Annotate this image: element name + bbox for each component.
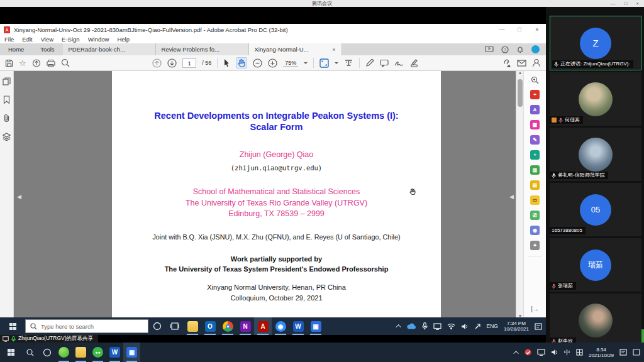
viewer-clock[interactable]: 8:34 2021/10/29 [589,347,614,358]
tool-organize-pages-icon[interactable]: + [530,150,540,160]
page-display-icon[interactable] [344,58,353,67]
zoom-in-icon[interactable] [268,58,277,68]
presenter-chrome-icon[interactable] [219,317,236,335]
microphone-tray-icon[interactable] [422,322,428,330]
viewer-meeting-icon[interactable]: ▣ [123,343,140,362]
tab-document-pderadar[interactable]: PDERadar-book-ch... [63,43,156,55]
presenter-word-icon[interactable]: W [289,317,307,335]
collapse-left-panel-icon[interactable]: ◀ [17,194,21,200]
menu-view[interactable]: View [41,36,53,43]
viewer-wechat-icon[interactable]: ●● [89,343,106,362]
fit-page-caret-icon[interactable] [335,62,338,64]
presenter-search-input[interactable]: Type here to search [25,319,148,333]
email-icon[interactable] [517,60,526,67]
share-upload-icon[interactable] [32,59,41,67]
tool-export-icon[interactable]: ▤ [530,180,540,190]
menu-edit[interactable]: Edit [22,36,32,43]
search-icon[interactable] [61,58,70,67]
participant-tile[interactable]: 赵李欣 [550,293,641,347]
presenter-language-indicator[interactable]: ENG [487,323,498,329]
tool-more-tools-icon[interactable]: ✦ [530,241,540,250]
viewer-action-center-icon[interactable] [633,349,640,356]
viewer-app-360-icon[interactable] [55,343,72,362]
presenter-task-view-icon[interactable] [166,317,184,335]
zoom-out-icon[interactable] [253,58,262,68]
tab-home[interactable]: Home [0,43,32,55]
viewer-search-icon[interactable] [21,343,38,362]
hand-tool-icon[interactable] [236,57,247,69]
share-link-icon[interactable] [501,59,511,67]
next-page-icon[interactable] [167,58,177,68]
scrollbar-thumb[interactable] [518,79,523,107]
star-favorites-icon[interactable]: ☆ [19,58,26,68]
presenter-cortana-icon[interactable] [148,317,166,335]
account-avatar[interactable] [531,45,540,53]
tab-tools[interactable]: Tools [32,43,62,55]
presenter-onenote-icon[interactable]: N [236,317,254,335]
expand-tools-panel-icon[interactable]: |→ [531,305,539,312]
help-icon[interactable]: ? [501,46,509,53]
zoom-level-select[interactable]: 75% [283,60,298,67]
participant-tile-speaking[interactable]: Z 正在讲话: ZhijunQiao(UTRGV): [550,16,641,70]
print-icon[interactable] [47,59,55,67]
tool-compare-icon[interactable]: ▥ [530,165,540,175]
tool-print-production-icon[interactable]: ⎚ [530,211,540,220]
acrobat-minimize-button[interactable]: — [493,24,511,35]
presenter-meeting-icon[interactable]: ▣ [307,317,325,335]
meeting-minimize-button[interactable]: — [610,0,615,7]
viewer-speaker-icon[interactable] [551,349,558,356]
meeting-restore-button[interactable]: □ [624,0,627,7]
tab-document-review-problems[interactable]: Review Problems fo... [156,43,249,55]
export-pdf-icon[interactable] [409,59,418,67]
viewer-security-icon[interactable] [525,349,531,356]
wifi-icon[interactable] [447,323,455,329]
attachments-icon[interactable] [3,114,10,123]
menu-esign[interactable]: E-Sign [62,36,80,43]
share-banner[interactable]: ZhijunQiao(UTRGV)的屏幕共享 [0,335,98,343]
menu-window[interactable]: Window [88,36,109,43]
meeting-close-button[interactable]: × [636,0,639,7]
menu-file[interactable]: File [4,36,14,43]
select-cursor-icon[interactable] [223,58,230,67]
presenter-clock[interactable]: 7:34 PM 10/28/2021 [504,321,529,332]
presenter-tray-expand-icon[interactable] [396,324,401,329]
presenter-outlook-icon[interactable]: O [201,317,219,335]
page-thumbnails-icon[interactable] [3,77,11,85]
viewer-ime-indicator[interactable]: 中 [564,348,570,357]
speaker-icon[interactable] [461,323,469,330]
vertical-scrollbar[interactable]: ▲ ▼ [516,71,523,317]
layers-icon[interactable] [3,133,11,141]
previous-page-icon[interactable] [152,58,162,68]
acrobat-close-button[interactable]: × [528,24,546,35]
tool-fill-sign-icon[interactable]: ✎ [530,135,540,145]
viewer-cortana-icon[interactable] [38,343,55,362]
tab-close-icon[interactable]: × [332,47,335,53]
fit-page-icon[interactable] [319,58,329,68]
document-view-area[interactable]: Recent Developments on Integrable Peakon… [14,71,516,317]
tool-create-pdf-icon[interactable]: + [530,90,540,99]
presenter-acrobat-icon[interactable]: A [254,317,272,335]
save-icon[interactable] [5,59,13,67]
participant-tile[interactable]: 05 16573880805 [550,183,641,236]
tool-comment-icon[interactable]: ▭ [530,195,540,205]
usb-device-icon[interactable] [474,323,481,330]
display-tray-icon[interactable] [433,323,441,330]
participant-tile[interactable]: 瑞茹 张瑞茹 [550,238,641,292]
collapse-right-panel-icon[interactable]: ◀ [509,194,514,200]
search-tools-icon[interactable] [531,76,539,84]
tool-edit-pdf-icon[interactable]: A [530,105,540,114]
viewer-file-explorer-icon[interactable] [72,343,89,362]
presenter-start-button[interactable] [0,317,25,335]
bookmarks-icon[interactable] [3,96,10,104]
sign-icon[interactable] [394,59,404,67]
presenter-zoom-icon[interactable]: ◉ [272,317,289,335]
presenter-action-center-icon[interactable] [535,323,542,330]
zoom-caret-icon[interactable] [304,62,308,64]
viewer-tray-expand-icon[interactable] [513,351,518,356]
participant-tile[interactable]: 蒋礼明-信阳师范学院 [550,128,641,181]
onedrive-icon[interactable] [407,323,416,329]
viewer-notes-icon[interactable] [619,349,627,356]
notifications-bell-icon[interactable] [516,46,524,53]
participant-tile[interactable]: 何佃宾 [550,72,641,126]
viewer-ime-mode-icon[interactable] [576,349,583,356]
